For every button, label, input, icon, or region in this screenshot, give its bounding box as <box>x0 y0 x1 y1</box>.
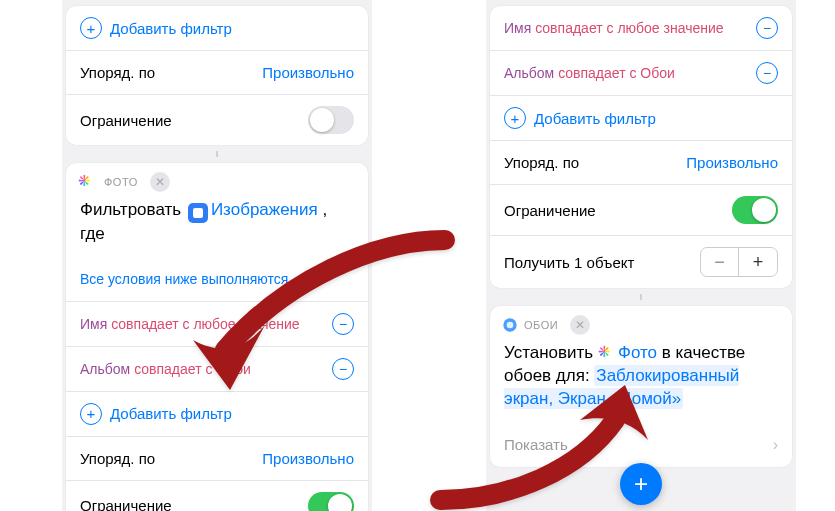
wallpaper-app-icon <box>502 317 518 333</box>
limit-row: Ограничение <box>490 185 792 236</box>
add-filter-label: Добавить фильтр <box>110 20 232 37</box>
add-filter-row[interactable]: + Добавить фильтр <box>490 96 792 141</box>
limit-toggle-off[interactable] <box>308 106 354 134</box>
limit-row: Ограничение <box>66 481 368 511</box>
sort-row[interactable]: Упоряд. по Произвольно <box>490 141 792 185</box>
card-filter-right: Имя совпадает с любое значение − Альбом … <box>490 6 792 288</box>
card-header: ОБОИ ✕ <box>490 306 792 338</box>
show-more-row[interactable]: Показать › <box>490 423 792 467</box>
minus-icon[interactable]: − <box>332 358 354 380</box>
plus-icon: + <box>80 17 102 39</box>
svg-point-1 <box>507 322 514 329</box>
minus-icon[interactable]: − <box>756 62 778 84</box>
sort-row[interactable]: Упоряд. по Произвольно <box>66 51 368 95</box>
chevron-right-icon: › <box>773 436 778 454</box>
photos-token-icon <box>598 344 614 360</box>
get-one-row: Получить 1 объект −+ <box>490 236 792 288</box>
add-filter-row[interactable]: + Добавить фильтр <box>66 6 368 51</box>
close-icon[interactable]: ✕ <box>570 315 590 335</box>
limit-row: Ограничение <box>66 95 368 145</box>
action-title: Установить Фото в качестве обоев для: За… <box>490 338 792 423</box>
card-filter-left: ФОТО ✕ Фильтровать Изображения , где Все… <box>66 163 368 511</box>
card-top-left: + Добавить фильтр Упоряд. по Произвольно… <box>66 6 368 145</box>
limit-toggle-on[interactable] <box>308 492 354 511</box>
photo-token[interactable]: Фото <box>618 343 657 362</box>
add-action-fab[interactable]: + <box>620 463 662 505</box>
app-name: ФОТО <box>104 176 138 188</box>
condition-album[interactable]: Альбом совпадает с Обои − <box>490 51 792 96</box>
photos-app-icon <box>78 174 94 190</box>
condition-name[interactable]: Имя совпадает с любое значение − <box>490 6 792 51</box>
limit-toggle-on[interactable] <box>732 196 778 224</box>
limit-label: Ограничение <box>80 112 308 129</box>
condition-name[interactable]: Имя совпадает с любое значение − <box>66 302 368 347</box>
card-header: ФОТО ✕ <box>66 163 368 195</box>
minus-step: − <box>701 248 739 276</box>
card-wallpaper: ОБОИ ✕ Установить Фото в качестве обоев … <box>490 306 792 467</box>
plus-icon: + <box>504 107 526 129</box>
sort-label: Упоряд. по <box>80 64 262 81</box>
connector <box>66 151 368 157</box>
count-stepper[interactable]: −+ <box>700 247 778 277</box>
connector <box>490 294 792 300</box>
all-conditions[interactable]: Все условия ниже выполняются <box>66 258 368 302</box>
add-filter-row[interactable]: + Добавить фильтр <box>66 392 368 437</box>
left-panel: + Добавить фильтр Упоряд. по Произвольно… <box>62 0 372 511</box>
right-panel: Имя совпадает с любое значение − Альбом … <box>486 0 796 511</box>
minus-icon[interactable]: − <box>756 17 778 39</box>
images-token[interactable]: Изображения <box>211 200 318 219</box>
images-token-icon <box>188 203 208 223</box>
app-name: ОБОИ <box>524 319 558 331</box>
plus-step: + <box>739 248 777 276</box>
sort-row[interactable]: Упоряд. по Произвольно <box>66 437 368 481</box>
sort-value: Произвольно <box>262 64 354 81</box>
minus-icon[interactable]: − <box>332 313 354 335</box>
action-title: Фильтровать Изображения , где <box>66 195 368 258</box>
condition-album[interactable]: Альбом совпадает с Обои − <box>66 347 368 392</box>
plus-icon: + <box>80 403 102 425</box>
close-icon[interactable]: ✕ <box>150 172 170 192</box>
